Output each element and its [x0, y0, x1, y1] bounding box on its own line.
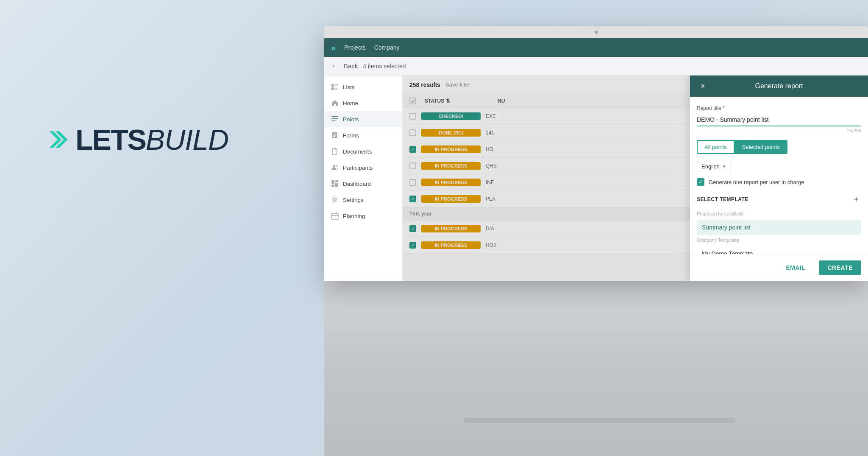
language-dropdown-icon: ▼: [722, 164, 726, 169]
sidebar-label-points: Points: [343, 116, 359, 123]
app-header: » Projects Company: [324, 38, 868, 57]
svg-rect-13: [331, 180, 334, 184]
documents-icon: [331, 148, 339, 155]
sidebar-label-home: Home: [343, 100, 358, 106]
sidebar-label-planning: Planning: [343, 213, 365, 219]
browser-dot: [595, 31, 598, 34]
forms-icon: [331, 131, 339, 139]
sidebar-item-forms[interactable]: Forms: [324, 127, 402, 143]
sub-header: ← Back 4 items selected: [324, 57, 868, 76]
create-button[interactable]: CREATE: [819, 260, 861, 275]
svg-rect-16: [331, 185, 334, 187]
svg-rect-8: [331, 116, 338, 117]
svg-rect-9: [331, 118, 338, 119]
modal-footer: EMAIL CREATE: [690, 254, 868, 281]
svg-rect-2: [331, 84, 334, 87]
svg-rect-14: [335, 180, 338, 182]
app-logo-icon: »: [331, 43, 336, 53]
template-group-proposed-label: Proposed by LetsBuild: [697, 210, 861, 218]
modal-body: Report title * 25/255 All points Selecte…: [690, 97, 868, 254]
app-window: » Projects Company ← Back 4 items select…: [324, 26, 868, 281]
svg-rect-5: [331, 87, 334, 90]
add-template-button[interactable]: +: [851, 194, 861, 204]
sidebar-item-documents[interactable]: Documents: [324, 143, 402, 159]
points-tab-row: All points Selected points: [697, 140, 861, 154]
dashboard-icon: [331, 180, 339, 187]
svg-rect-10: [331, 120, 336, 121]
content-panel: 258 results Save filter STATUS ⇅ NU: [403, 76, 868, 281]
nav-projects[interactable]: Projects: [344, 44, 366, 51]
device-stand: [464, 418, 735, 423]
points-icon: [331, 115, 339, 123]
sidebar-item-lists[interactable]: Lists: [324, 79, 402, 95]
sidebar-item-planning[interactable]: Planning: [324, 208, 402, 224]
sidebar-label-settings: Settings: [343, 197, 364, 203]
main-content: Lists Home Points Forms Documents Partic…: [324, 76, 868, 281]
home-icon: [331, 99, 339, 107]
sidebar-label-documents: Documents: [343, 148, 372, 155]
generate-per-user-row: ✓ Generate one report per user in charge: [697, 178, 861, 186]
select-template-header: SELECT TEMPLATE +: [697, 194, 861, 204]
back-label: Back: [344, 62, 358, 70]
template-item-summary-point-list[interactable]: Summary point list: [697, 220, 861, 235]
sidebar: Lists Home Points Forms Documents Partic…: [324, 76, 403, 281]
back-button[interactable]: ←: [331, 62, 339, 70]
sidebar-label-participants: Participants: [343, 165, 373, 171]
letsbuild-logo: LETSBUILD: [47, 123, 228, 156]
sidebar-item-dashboard[interactable]: Dashboard: [324, 176, 402, 192]
sidebar-item-participants[interactable]: Participants: [324, 159, 402, 176]
logo-lets: LETS: [75, 123, 146, 156]
list-icon: [331, 83, 339, 91]
tab-selected-points[interactable]: Selected points: [734, 140, 787, 154]
sidebar-item-points[interactable]: Points: [324, 111, 402, 127]
generate-per-user-checkbox[interactable]: ✓: [697, 178, 704, 186]
browser-top-bar: [324, 26, 868, 38]
svg-rect-6: [335, 88, 338, 89]
char-count: 25/255: [697, 128, 861, 133]
generate-report-modal: × Generate report Report title * 25/255 …: [690, 76, 868, 281]
logo-build: BUILD: [146, 123, 228, 156]
email-button[interactable]: EMAIL: [777, 260, 814, 275]
template-item-my-demo[interactable]: My Demo Template: [697, 246, 861, 254]
nav-company[interactable]: Company: [374, 44, 400, 51]
svg-rect-7: [335, 89, 337, 90]
svg-marker-1: [56, 131, 68, 148]
participants-icon: [331, 164, 339, 171]
svg-point-12: [336, 165, 338, 167]
svg-rect-3: [335, 84, 338, 85]
select-template-title: SELECT TEMPLATE: [697, 196, 748, 202]
settings-icon: [331, 196, 339, 204]
template-group-company-label: Company Templates: [697, 236, 861, 244]
sidebar-label-lists: Lists: [343, 84, 355, 90]
logo-text: LETSBUILD: [75, 123, 228, 156]
modal-header: × Generate report: [690, 76, 868, 97]
tab-all-points[interactable]: All points: [697, 140, 734, 154]
sidebar-item-home[interactable]: Home: [324, 95, 402, 111]
language-selector[interactable]: English ▼: [697, 161, 731, 172]
logo-chevron-icon: [47, 125, 69, 154]
device-body: [324, 281, 868, 456]
sidebar-label-forms: Forms: [343, 132, 359, 139]
sidebar-item-settings[interactable]: Settings: [324, 192, 402, 208]
report-title-label: Report title *: [697, 105, 861, 111]
modal-title: Generate report: [755, 82, 803, 90]
planning-icon: [331, 212, 339, 220]
svg-rect-18: [331, 213, 338, 219]
svg-rect-4: [335, 86, 337, 87]
report-title-input[interactable]: [697, 114, 861, 126]
generate-per-user-label: Generate one report per user in charge: [709, 179, 804, 185]
sidebar-label-dashboard: Dashboard: [343, 181, 371, 187]
modal-close-button[interactable]: ×: [697, 80, 709, 92]
svg-rect-15: [335, 183, 338, 187]
language-value: English: [701, 163, 720, 170]
svg-point-17: [334, 199, 336, 201]
svg-point-11: [333, 165, 335, 168]
items-selected-badge: 4 items selected: [363, 63, 406, 70]
